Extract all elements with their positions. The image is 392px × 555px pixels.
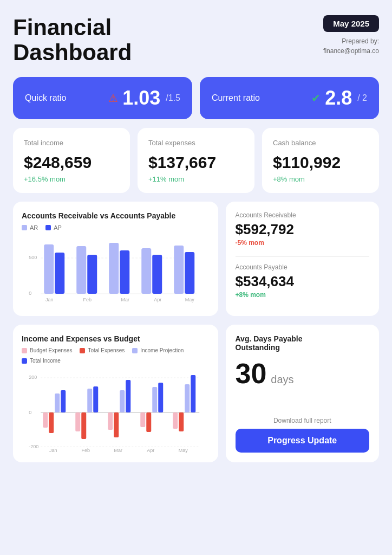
ap-stat-change: +8% mom — [236, 291, 370, 299]
dpo-number: 30 — [236, 357, 267, 390]
dpo-panel: Avg. Days Payable Outstanding 30 days Do… — [226, 325, 380, 462]
svg-rect-28 — [61, 390, 66, 412]
svg-rect-36 — [126, 380, 130, 412]
svg-rect-7 — [87, 255, 97, 294]
total-income-card: Total income $248,659 +16.5% mom — [13, 128, 130, 193]
svg-text:Mar: Mar — [121, 297, 130, 302]
svg-rect-11 — [152, 255, 162, 294]
total-income-change: +16.5% mom — [24, 175, 119, 183]
title-line2: Dashboard — [13, 40, 132, 65]
cash-balance-card: Cash balance $110,992 +8% mom — [262, 128, 379, 193]
svg-rect-37 — [140, 412, 145, 427]
svg-text:May: May — [185, 297, 195, 302]
svg-rect-40 — [158, 383, 163, 412]
prepared-label: Prepared by: — [342, 37, 379, 45]
cash-balance-value: $110,992 — [273, 153, 368, 172]
current-ratio-label: Current ratio — [212, 93, 260, 103]
prepared-email: finance@optima.co — [323, 47, 379, 55]
arap-row: Accounts Receivable vs Accounts Payable … — [13, 202, 379, 316]
ap-stat-label: Accounts Payable — [236, 263, 370, 271]
current-ratio-target: / 2 — [357, 93, 367, 103]
budget-exp-dot — [22, 348, 27, 353]
current-ratio-icon: ✔ — [311, 92, 321, 105]
income-proj-label: Income Projection — [140, 347, 184, 353]
svg-rect-42 — [179, 412, 184, 431]
ar-stat-section: Accounts Receivable $592,792 -5% mom — [236, 211, 370, 247]
svg-rect-25 — [43, 412, 48, 428]
ar-stat-value: $592,792 — [236, 221, 370, 238]
total-income-dot — [22, 358, 27, 364]
svg-rect-35 — [120, 390, 125, 412]
ap-legend-label: AP — [54, 224, 62, 231]
dpo-unit: days — [271, 373, 293, 386]
budget-exp-legend: Budget Expenses — [22, 347, 72, 353]
budget-bar-chart: 200 0 -200 — [22, 368, 210, 455]
budget-legend: Budget Expenses Total Expenses Income Pr… — [22, 347, 210, 364]
svg-text:0: 0 — [29, 410, 31, 415]
svg-text:Feb: Feb — [83, 297, 92, 302]
total-expenses-change: +11% mom — [148, 175, 244, 183]
quick-ratio-value: 1.03 — [122, 87, 160, 109]
svg-rect-30 — [81, 412, 86, 439]
budget-row: Income and Expenses vs Budget Budget Exp… — [13, 325, 379, 462]
svg-rect-26 — [49, 412, 54, 433]
prepared-by: Prepared by: finance@optima.co — [323, 36, 379, 56]
svg-rect-8 — [109, 243, 119, 294]
svg-rect-5 — [55, 253, 64, 294]
total-exp-legend: Total Expenses — [80, 347, 125, 353]
total-exp-label: Total Expenses — [88, 347, 125, 353]
dpo-title: Avg. Days Payable Outstanding — [236, 334, 370, 352]
svg-text:Apr: Apr — [154, 297, 161, 302]
budget-chart-panel: Income and Expenses vs Budget Budget Exp… — [13, 325, 218, 462]
svg-rect-44 — [191, 375, 195, 412]
svg-rect-41 — [173, 412, 178, 429]
ap-stat-section: Accounts Payable $534,634 +8% mom — [236, 263, 370, 299]
svg-text:May: May — [179, 448, 188, 453]
total-income-legend: Total Income — [22, 358, 61, 364]
current-ratio-value-group: ✔ 2.8 / 2 — [311, 87, 367, 109]
svg-rect-33 — [108, 412, 113, 430]
arap-legend: AR AP — [22, 224, 210, 231]
ar-legend-label: AR — [30, 224, 38, 231]
svg-text:Mar: Mar — [114, 448, 123, 453]
ar-stat-label: Accounts Receivable — [236, 211, 370, 219]
quick-ratio-icon: ⚠ — [108, 92, 118, 105]
svg-text:Feb: Feb — [81, 448, 90, 453]
dpo-value-row: 30 days — [236, 357, 370, 390]
arap-chart-title: Accounts Receivable vs Accounts Payable — [22, 211, 210, 220]
page-header: Financial Dashboard May 2025 Prepared by… — [13, 15, 379, 65]
date-badge: May 2025 — [323, 15, 379, 32]
svg-rect-43 — [185, 384, 190, 412]
svg-text:200: 200 — [29, 375, 37, 380]
ap-stat-value: $534,634 — [236, 273, 370, 290]
total-income-label: Total income — [24, 139, 119, 147]
title-line1: Financial — [13, 15, 112, 40]
quick-ratio-target: /1.5 — [166, 93, 180, 103]
progress-update-button[interactable]: Progress Update — [236, 429, 370, 453]
arap-stats-panel: Accounts Receivable $592,792 -5% mom Acc… — [226, 202, 380, 316]
ar-stat-change: -5% mom — [236, 239, 370, 247]
ratio-row: Quick ratio ⚠ 1.03 /1.5 Current ratio ✔ … — [13, 77, 379, 119]
ar-legend-dot — [22, 225, 27, 230]
header-right: May 2025 Prepared by: finance@optima.co — [323, 15, 379, 56]
svg-rect-29 — [75, 412, 80, 431]
download-label: Download full report — [236, 417, 370, 424]
metric-row: Total income $248,659 +16.5% mom Total e… — [13, 128, 379, 193]
svg-rect-10 — [141, 248, 151, 294]
dpo-bottom: Download full report Progress Update — [236, 417, 370, 453]
page-title: Financial Dashboard — [13, 15, 132, 65]
svg-rect-39 — [152, 387, 157, 412]
svg-text:0: 0 — [29, 291, 31, 296]
arap-bar-chart: 500 0 Jan — [22, 236, 210, 307]
budget-chart-title: Income and Expenses vs Budget — [22, 334, 210, 343]
arap-chart-panel: Accounts Receivable vs Accounts Payable … — [13, 202, 218, 316]
svg-rect-32 — [93, 386, 98, 412]
svg-rect-9 — [120, 250, 129, 294]
total-expenses-card: Total expenses $137,667 +11% mom — [138, 128, 254, 193]
cash-balance-change: +8% mom — [273, 175, 368, 183]
svg-rect-13 — [185, 252, 194, 294]
quick-ratio-value-group: ⚠ 1.03 /1.5 — [108, 87, 180, 109]
ap-legend-item: AP — [45, 224, 62, 231]
arap-svg: 500 0 Jan — [22, 236, 210, 307]
current-ratio-value: 2.8 — [325, 87, 352, 109]
